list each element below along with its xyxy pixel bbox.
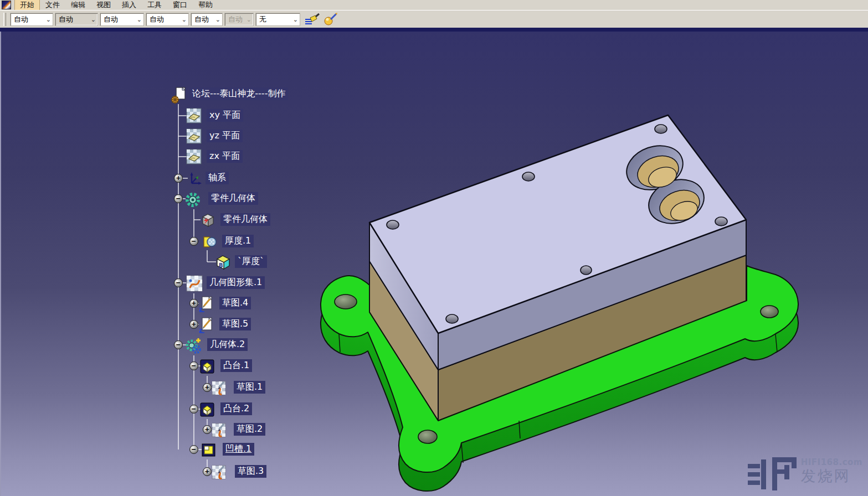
tree-expander-collapse[interactable]: −	[174, 340, 183, 349]
combo-value: 自动	[150, 14, 164, 24]
tree-expander-collapse[interactable]: −	[189, 405, 198, 414]
toolbar-combo-3[interactable]: 自动⌄	[100, 13, 143, 25]
part-document-icon[interactable]	[171, 86, 186, 102]
tree-item-label[interactable]: 草图.3	[235, 465, 266, 478]
solid-body-icon[interactable]	[199, 212, 215, 228]
tree-item-label[interactable]: 几何图形集.1	[207, 276, 265, 289]
menu-item-文件[interactable]: 文件	[40, 0, 65, 11]
thickness-icon[interactable]	[201, 234, 216, 249]
chevron-down-icon[interactable]: ⌄	[46, 16, 51, 23]
tree-expander-expand[interactable]: +	[189, 320, 198, 329]
menu-item-插入[interactable]: 插入	[116, 0, 142, 11]
toolbar-combo-4[interactable]: 自动⌄	[146, 13, 188, 25]
chevron-down-icon[interactable]: ⌄	[246, 16, 251, 23]
sketch-hatched-icon[interactable]	[212, 422, 227, 437]
combo-value: 自动	[14, 14, 28, 24]
menu-item-编辑[interactable]: 编辑	[65, 0, 91, 11]
watermark: HIFI168.com 发烧网	[748, 457, 862, 492]
body2-icon[interactable]	[184, 337, 200, 353]
menu-item-帮助[interactable]: 帮助	[193, 0, 218, 11]
toolbar-combos: 自动⌄自动⌄自动⌄自动⌄自动⌄自动⌄无⌄	[11, 13, 302, 25]
sketch-hatched-icon[interactable]	[212, 380, 227, 395]
watermark-logo-icon	[748, 457, 797, 492]
svg-text:B: B	[219, 262, 223, 268]
pocket-icon[interactable]	[201, 442, 216, 457]
chevron-down-icon[interactable]: ⌄	[182, 16, 187, 23]
tree-expander-expand[interactable]: +	[203, 383, 212, 392]
toolbar-separator	[0, 28, 868, 32]
plane-icon[interactable]	[186, 128, 202, 144]
menu-item-窗口[interactable]: 窗口	[167, 0, 193, 11]
toolbar-combo-2[interactable]: 自动⌄	[55, 13, 97, 25]
tree-item-label[interactable]: 草图.1	[234, 381, 265, 394]
combo-value: 自动	[104, 14, 118, 24]
part-body-icon[interactable]	[184, 191, 199, 206]
tree-expander-expand[interactable]: +	[203, 425, 212, 434]
toolbar-combo-6[interactable]: 自动⌄	[225, 13, 253, 25]
pad-icon[interactable]	[199, 358, 215, 374]
tree-expander-collapse[interactable]: −	[174, 278, 183, 287]
tree-expander-expand[interactable]: +	[189, 299, 198, 308]
menu-bar: 开始文件编辑视图插入工具窗口帮助	[0, 0, 868, 10]
menu-items: 开始文件编辑视图插入工具窗口帮助	[14, 0, 218, 11]
tree-item-label[interactable]: 草图.2	[234, 423, 265, 436]
tree-expander-expand[interactable]: +	[174, 174, 183, 183]
graphic-properties-wizard-icon[interactable]	[322, 12, 338, 27]
tree-item-label[interactable]: `厚度`	[235, 255, 267, 268]
app-icon	[2, 1, 11, 9]
tree-item-label[interactable]: yz 平面	[207, 130, 243, 142]
menu-item-开始[interactable]: 开始	[14, 0, 40, 11]
toolbar-combo-5[interactable]: 自动⌄	[191, 13, 222, 25]
tree-expander-collapse[interactable]: −	[189, 361, 198, 370]
tree-item-label[interactable]: 凹槽.1	[223, 443, 254, 456]
combo-value: 自动	[194, 14, 209, 24]
toolbar-drag-handle[interactable]	[3, 13, 6, 26]
chevron-down-icon[interactable]: ⌄	[215, 16, 220, 23]
pad-icon[interactable]	[199, 401, 215, 417]
geometric-set-icon[interactable]	[186, 275, 202, 291]
tree-item-label[interactable]: 零件几何体	[220, 213, 270, 226]
chevron-down-icon[interactable]: ⌄	[91, 16, 96, 23]
tree-expander-collapse[interactable]: −	[174, 194, 183, 203]
toolbar: 自动⌄自动⌄自动⌄自动⌄自动⌄自动⌄无⌄	[0, 10, 868, 28]
sketch-icon[interactable]: z	[198, 296, 213, 311]
chevron-down-icon[interactable]: ⌄	[293, 16, 298, 23]
menu-item-工具[interactable]: 工具	[142, 0, 167, 11]
catia-window: { "window": { "menu_items": ["开始", "文件",…	[0, 0, 868, 496]
tree-item-label[interactable]: 草图.4	[219, 297, 251, 309]
tree-expander-expand[interactable]: +	[203, 467, 212, 476]
tree-item-label[interactable]: 凸台.1	[220, 359, 252, 372]
tree-item-label[interactable]: 草图.5	[219, 318, 251, 330]
menu-item-视图[interactable]: 视图	[91, 0, 116, 11]
combo-value: 无	[259, 14, 266, 24]
tree-item-label[interactable]: 厚度.1	[222, 235, 254, 247]
sketch-hatched-icon[interactable]	[212, 464, 227, 479]
thickness-def-icon[interactable]: B	[215, 254, 230, 270]
tree-expander-collapse[interactable]: −	[189, 237, 198, 246]
watermark-name: 发烧网	[801, 466, 862, 486]
axis-system-icon[interactable]	[187, 170, 202, 186]
tree-item-label[interactable]: zx 平面	[207, 150, 243, 163]
tree-item-label[interactable]: 凸台.2	[220, 402, 252, 415]
toolbar-combo-1[interactable]: 自动⌄	[11, 13, 53, 25]
toolbar-combo-7[interactable]: 无⌄	[256, 13, 300, 25]
tree-item-label[interactable]: 几何体.2	[207, 338, 248, 351]
plane-icon[interactable]	[186, 149, 202, 164]
combo-value: 自动	[228, 14, 243, 24]
tree-root-label[interactable]: 论坛---泰山神龙----制作	[189, 87, 288, 100]
tree-item-label[interactable]: 零件几何体	[208, 192, 258, 205]
tree-expander-collapse[interactable]: −	[189, 445, 198, 454]
tree-item-label[interactable]: xy 平面	[207, 109, 243, 122]
copy-graphic-properties-icon[interactable]	[305, 12, 320, 27]
chevron-down-icon[interactable]: ⌄	[137, 16, 142, 23]
plane-icon[interactable]	[186, 108, 202, 123]
combo-value: 自动	[59, 14, 73, 24]
model-scene	[0, 0, 868, 496]
sketch-icon[interactable]: z	[198, 317, 213, 332]
tree-item-label[interactable]: 轴系	[206, 172, 229, 184]
